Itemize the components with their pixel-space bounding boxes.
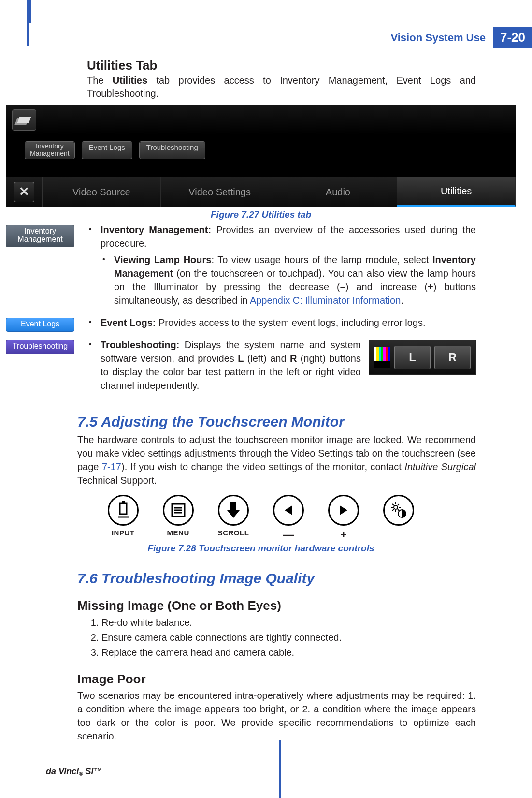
ctrl-scroll: SCROLL	[218, 495, 249, 541]
close-icon: ✕	[14, 182, 34, 202]
page-number: 7-20	[493, 27, 532, 48]
text-bold: Utilities	[113, 75, 147, 86]
label: INPUT	[112, 529, 135, 537]
hardware-controls: INPUT MENU SCROLL — +	[0, 495, 522, 541]
para-7-5: The hardware controls to adjust the touc…	[77, 433, 476, 487]
label: +	[341, 529, 347, 541]
section-title: Vision System Use	[390, 27, 493, 48]
tab-audio[interactable]: Audio	[279, 177, 398, 207]
l-button[interactable]: L	[394, 346, 431, 369]
svg-point-18	[394, 505, 398, 509]
text-bold: R	[290, 353, 297, 364]
figure-7-27-caption: Figure 7.27 Utilities tab	[0, 209, 522, 220]
badge-troubleshooting[interactable]: Troubleshooting	[6, 340, 74, 354]
label	[398, 529, 400, 537]
svg-line-16	[392, 509, 394, 511]
eraser-icon[interactable]	[12, 109, 36, 131]
text: ). If you wish to change the video setti…	[121, 461, 404, 472]
text-bold: +	[428, 281, 433, 292]
missing-image-steps: Re-do white balance. Ensure camera cable…	[89, 615, 476, 660]
bullet-troubleshoot: L R Troubleshooting: Displays the system…	[101, 338, 476, 392]
utilities-intro: The Utilities tab provides access to Inv…	[87, 74, 476, 100]
heading-missing-image: Missing Image (One or Both Eyes)	[77, 598, 522, 613]
screenshot-subtabs: InventoryManagement Event Logs Troublesh…	[25, 141, 205, 159]
footer-product: da Vinci® Si™	[46, 767, 102, 777]
badge-inventory[interactable]: InventoryManagement	[6, 225, 74, 247]
side-badge-eventlogs: Event Logs	[6, 316, 78, 334]
text: .	[401, 295, 403, 306]
input-icon	[108, 495, 139, 526]
label: Event Logs:	[101, 317, 156, 328]
footer-rule	[279, 740, 281, 798]
text: Technical Support.	[77, 475, 157, 486]
svg-rect-1	[122, 501, 125, 503]
screenshot-maintabs: ✕ Video Source Video Settings Audio Util…	[6, 177, 516, 207]
close-button[interactable]: ✕	[6, 177, 43, 207]
r-button[interactable]: R	[434, 346, 471, 369]
text: ) and increase (	[345, 281, 428, 292]
badge-eventlogs[interactable]: Event Logs	[6, 318, 74, 332]
step-1: Re-do white balance.	[101, 615, 476, 630]
ctrl-menu: MENU	[163, 495, 194, 541]
ctrl-brightness	[383, 495, 414, 541]
row-eventlogs: Event Logs Event Logs: Provides access t…	[6, 316, 476, 334]
step-3: Replace the camera head and camera cable…	[101, 645, 476, 660]
text: The	[87, 75, 113, 86]
page-header: Vision System Use 7-20	[390, 27, 532, 48]
text-bold: –	[340, 281, 345, 292]
svg-marker-9	[340, 505, 347, 515]
label: Troubleshooting:	[101, 340, 179, 350]
right-arrow-icon	[328, 495, 359, 526]
scroll-icon	[218, 495, 249, 526]
bullet-inventory: Inventory Management: Provides an overvi…	[101, 223, 476, 307]
utilities-screenshot: InventoryManagement Event Logs Troublesh…	[6, 105, 516, 207]
text: Provides access to the system event logs…	[156, 317, 425, 328]
page-content: Utilities Tab The Utilities tab provides…	[0, 58, 522, 743]
row-troubleshoot: Troubleshooting L R Troubleshooting: Dis…	[6, 338, 476, 397]
label: Inventory Management:	[101, 224, 211, 235]
bullet-lamp-hours: Viewing Lamp Hours: To view usage hours …	[114, 253, 476, 307]
svg-rect-0	[120, 503, 127, 514]
subtab-troubleshooting[interactable]: Troubleshooting	[139, 141, 205, 159]
heading-image-poor: Image Poor	[77, 672, 522, 687]
ctrl-input: INPUT	[108, 495, 139, 541]
figure-7-28-caption: Figure 7.28 Touchscreen monitor hardware…	[0, 543, 522, 554]
bullet-eventlogs: Event Logs: Provides access to the syste…	[101, 316, 476, 329]
tab-video-source[interactable]: Video Source	[43, 177, 161, 207]
label: Viewing Lamp Hours	[114, 254, 211, 265]
ctrl-minus: —	[273, 495, 304, 541]
svg-line-15	[398, 509, 399, 511]
heading-7-5: 7.5 Adjusting the Touchscreen Monitor	[77, 414, 522, 430]
subtab-inventory[interactable]: InventoryManagement	[25, 141, 75, 159]
text-italic: Intuitive Surgical	[404, 461, 476, 472]
para-image-poor: Two scenarios may be encountered intra-o…	[77, 689, 476, 743]
header-rule	[27, 0, 29, 46]
svg-marker-8	[285, 505, 292, 515]
tab-video-settings[interactable]: Video Settings	[161, 177, 279, 207]
text: : To view usage hours of the lamp module…	[211, 254, 432, 265]
brightness-contrast-icon	[383, 495, 414, 526]
label: —	[283, 529, 294, 541]
subtab-eventlogs[interactable]: Event Logs	[82, 141, 132, 159]
colorbar-icon	[374, 347, 390, 368]
tab-utilities[interactable]: Utilities	[397, 177, 516, 207]
text: (left) and	[244, 353, 290, 364]
step-2: Ensure camera cable connections are tigh…	[101, 630, 476, 645]
svg-line-14	[392, 504, 394, 505]
heading-7-6: 7.6 Troubleshooting Image Quality	[77, 570, 522, 587]
row-inventory: InventoryManagement Inventory Management…	[6, 223, 476, 312]
left-arrow-icon	[273, 495, 304, 526]
side-badge-inventory: InventoryManagement	[6, 223, 78, 312]
side-badge-troubleshoot: Troubleshooting	[6, 338, 78, 397]
svg-line-17	[398, 504, 399, 505]
utilities-heading: Utilities Tab	[87, 58, 522, 73]
text-bold: L	[238, 353, 244, 364]
menu-icon	[163, 495, 194, 526]
link-page-7-17[interactable]: 7-17	[102, 461, 121, 472]
label: SCROLL	[218, 529, 249, 537]
lr-test-pattern-box: L R	[369, 340, 476, 375]
ctrl-plus: +	[328, 495, 359, 541]
label: MENU	[167, 529, 189, 537]
svg-marker-7	[227, 502, 240, 518]
link-appendix-c[interactable]: Appendix C: Illuminator Information	[250, 295, 401, 306]
